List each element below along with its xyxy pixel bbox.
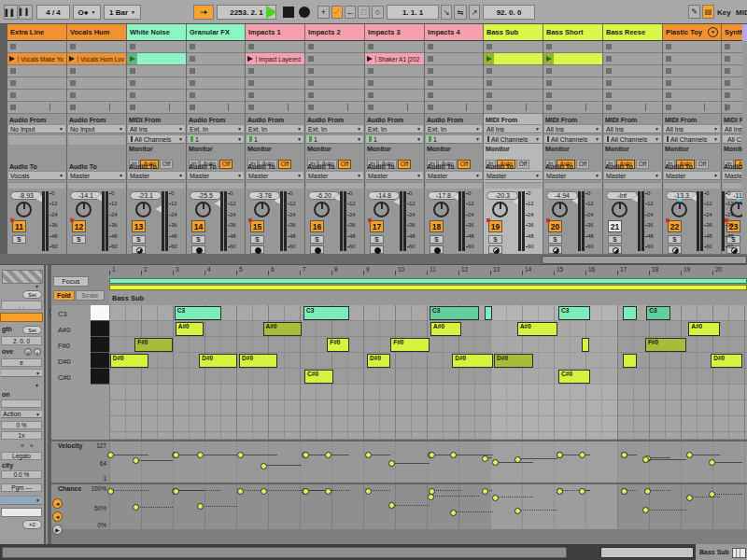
midi-note[interactable]: F#0 [134,338,173,352]
piano-key-black[interactable] [91,337,110,353]
loop-length-field[interactable]: 92. 0. 0 [483,5,535,20]
chance-marker[interactable] [686,495,693,501]
midi-note[interactable]: A#0 [517,322,557,336]
clip-slot[interactable] [365,90,424,102]
routing-from-select[interactable]: All Ins▼ [128,124,185,133]
volume-db-field[interactable]: -23.1 [130,191,162,200]
arm-button[interactable] [668,245,682,254]
key-map-label[interactable]: Key [717,8,731,17]
clip-slot[interactable] [305,102,364,114]
chance-marker[interactable] [107,488,114,495]
midi-note[interactable]: D#0 [452,354,493,368]
loop-start-field[interactable]: 1. 1. 1 [387,5,439,20]
loop-button[interactable]: ⇆ [454,5,467,20]
clip-slot[interactable] [425,102,483,114]
velocity-marker[interactable] [429,452,435,458]
clip-slot[interactable] [246,65,304,77]
panel-set-button[interactable]: Set [22,290,42,299]
routing-from-select[interactable]: Ext. In▼ [188,124,244,133]
routing-from-select[interactable]: Ext. In▼ [306,124,363,133]
punch-out-button[interactable]: ↗ [469,5,480,20]
routing-from-select[interactable]: All Ins▼ [664,124,720,133]
midi-map-label[interactable]: MIDI [736,8,747,17]
stop-button[interactable] [283,7,294,18]
midi-note[interactable] [623,354,637,368]
track-header[interactable]: Impacts 2 [305,24,364,41]
draw-grid-alt-icon[interactable]: ▍▍ [19,5,33,20]
piano-key-white[interactable] [91,305,110,321]
panel-dropdown[interactable]: ▼ [1,369,42,377]
solo-button[interactable]: S [12,235,26,244]
midi-note[interactable]: A#0 [176,322,204,336]
pan-knob[interactable] [135,202,151,217]
monitor-off-button[interactable]: Off [458,160,472,169]
pan-knob[interactable] [16,202,32,217]
panel-field-white[interactable] [1,508,42,517]
panel-nudge-buttons[interactable]: « » [21,442,35,449]
midi-note[interactable]: C3 [175,306,221,320]
clip-slot[interactable] [305,90,364,102]
routing-to-select[interactable]: Master▼ [426,171,482,180]
midi-note[interactable]: D#0 [239,354,277,368]
track-header[interactable]: Vocals Hum [67,24,126,41]
clip-slot[interactable] [246,41,304,53]
routing-from-select[interactable]: Ext. In▼ [247,124,303,133]
velocity-marker[interactable] [365,452,372,458]
panel-field[interactable]: 2. 0. 0 [1,336,42,345]
clip-slot[interactable] [663,90,721,102]
volume-fader-handle[interactable] [393,198,400,205]
clip-slot[interactable] [187,102,245,114]
draw-mode-button[interactable]: ✎ [688,5,700,19]
track-activator-button[interactable]: 19 [488,220,502,232]
arm-button[interactable] [250,245,264,254]
chance-lane-fold-button[interactable]: ◄ [52,511,63,522]
midi-note[interactable]: C#0 [558,370,590,384]
routing-to-select[interactable]: Master▼ [306,171,363,180]
solo-button[interactable]: S [310,235,324,244]
clip-slot[interactable] [7,41,66,53]
track-activator-button[interactable]: 11 [12,220,26,232]
track-header[interactable]: Plastic Toy▼ [663,24,721,41]
clip-tab-label[interactable]: Bass Sub [699,549,729,555]
clip-slot[interactable] [484,65,543,77]
velocity-marker[interactable] [621,452,627,458]
pan-knob[interactable] [254,202,270,217]
clip-slot[interactable] [7,77,66,90]
routing-channel-select[interactable]: All Channels▼ [128,134,185,144]
clip-slot[interactable] [543,41,602,53]
chance-marker[interactable] [197,503,204,510]
midi-note[interactable] [623,306,637,320]
clip-slot[interactable] [187,65,245,77]
arm-button[interactable] [132,245,146,254]
track-header[interactable]: Granular FX [187,24,245,41]
play-button[interactable] [266,6,277,19]
clip-slot[interactable] [127,90,186,102]
chance-marker[interactable] [579,488,585,495]
capture-midi-button[interactable]: ⬚ [358,6,370,19]
arm-button[interactable] [310,245,324,254]
clip-slot[interactable] [127,53,186,65]
volume-db-field[interactable]: -25.5 [190,191,221,200]
clip-slot[interactable]: Vocals Make Yo [7,53,66,65]
panel-field[interactable]: Pgm --- [1,483,42,492]
routing-to-select[interactable]: Master▼ [664,171,720,180]
clip-slot[interactable] [67,102,126,114]
routing-to-select[interactable]: Master▼ [723,171,741,180]
quantize-menu[interactable]: 1 Bar ▼ [104,5,141,20]
track-activator-button[interactable]: 21 [608,220,622,232]
chance-marker[interactable] [261,488,267,495]
routing-channel-select[interactable]: All Channels▼ [604,134,661,144]
routing-from-select[interactable]: Ext. In▼ [366,124,423,133]
routing-from-select[interactable]: No Input▼ [68,124,125,133]
midi-note[interactable]: D#0 [711,354,742,368]
clip-slot[interactable] [187,77,245,90]
chance-marker[interactable] [492,495,499,501]
solo-button[interactable]: S [608,235,622,244]
track-header[interactable]: Impacts 3 [365,24,424,41]
monitor-off-button[interactable]: Off [338,160,352,169]
velocity-marker[interactable] [237,452,244,458]
clip-play-icon[interactable] [247,56,253,62]
clip-slot[interactable] [67,90,126,102]
velocity-marker[interactable] [709,459,715,466]
beat-ruler[interactable]: 1234567891011121314151617181920 [109,266,747,277]
